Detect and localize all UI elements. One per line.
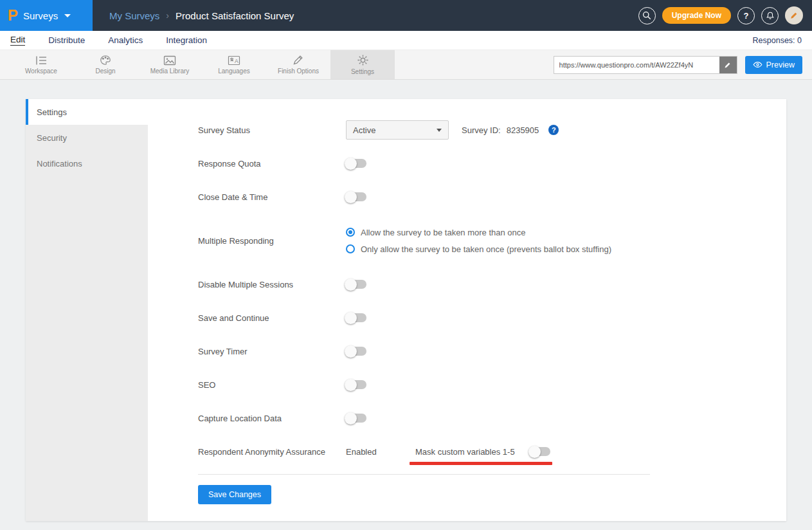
save-and-continue-toggle[interactable] bbox=[346, 313, 366, 322]
topbar-actions: Upgrade Now ? bbox=[638, 6, 812, 24]
radio-selected-icon bbox=[346, 228, 355, 237]
breadcrumb-separator: › bbox=[166, 10, 169, 21]
row-capture-location-data: Capture Location Data bbox=[198, 401, 786, 435]
surveys-product-switcher[interactable]: P Surveys bbox=[0, 0, 93, 31]
pencil-icon bbox=[724, 61, 732, 69]
finish-options-pen-icon bbox=[293, 55, 304, 66]
page-title: Product Satisfaction Survey bbox=[176, 10, 294, 21]
languages-icon: A bbox=[228, 55, 240, 66]
edit-url-button[interactable] bbox=[719, 57, 737, 73]
survey-nav: Edit Distribute Analytics Integration Re… bbox=[0, 31, 812, 50]
share-url-input[interactable] bbox=[554, 57, 719, 73]
avatar-pencil-icon bbox=[789, 11, 798, 20]
notifications-button[interactable] bbox=[761, 7, 779, 24]
breadcrumb-my-surveys[interactable]: My Surveys bbox=[109, 10, 159, 21]
row-save-and-continue: Save and Continue bbox=[198, 301, 786, 334]
capture-location-data-label: Capture Location Data bbox=[198, 414, 346, 423]
tab-analytics[interactable]: Analytics bbox=[108, 35, 143, 45]
response-quota-toggle[interactable] bbox=[346, 159, 366, 168]
row-seo: SEO bbox=[198, 368, 786, 401]
svg-text:A: A bbox=[235, 58, 239, 64]
design-palette-icon bbox=[100, 55, 111, 66]
settings-card: Settings Security Notifications Survey S… bbox=[26, 99, 786, 521]
upgrade-now-button[interactable]: Upgrade Now bbox=[662, 7, 731, 24]
row-survey-timer: Survey Timer bbox=[198, 334, 786, 368]
close-date-time-label: Close Date & Time bbox=[198, 192, 346, 202]
survey-status-select[interactable]: Active bbox=[346, 120, 449, 140]
row-response-quota: Response Quota bbox=[198, 147, 786, 180]
radio-only-once[interactable]: Only allow the survey to be taken once (… bbox=[346, 244, 611, 254]
capture-location-data-toggle[interactable] bbox=[346, 414, 366, 423]
tab-distribute[interactable]: Distribute bbox=[48, 35, 85, 45]
avatar[interactable] bbox=[785, 6, 803, 24]
bell-icon bbox=[766, 11, 775, 21]
close-date-time-toggle[interactable] bbox=[346, 192, 366, 201]
survey-id-value: 8235905 bbox=[507, 125, 539, 135]
settings-gear-icon bbox=[357, 54, 369, 66]
row-close-date-time: Close Date & Time bbox=[198, 180, 786, 214]
workspace-icon bbox=[35, 55, 48, 66]
save-and-continue-label: Save and Continue bbox=[198, 313, 346, 323]
tab-integration[interactable]: Integration bbox=[166, 35, 207, 45]
radio-allow-multiple[interactable]: Allow the survey to be taken more than o… bbox=[346, 228, 611, 237]
multiple-responding-label: Multiple Responding bbox=[198, 236, 346, 246]
respondent-anonymity-status: Enabled bbox=[346, 447, 415, 457]
search-button[interactable] bbox=[638, 7, 656, 24]
edit-toolbar: Workspace Design Media Library A bbox=[0, 50, 812, 80]
survey-timer-toggle[interactable] bbox=[346, 347, 366, 356]
sidebar-item-security[interactable]: Security bbox=[26, 125, 148, 151]
survey-id-label: Survey ID: bbox=[462, 125, 501, 135]
preview-button[interactable]: Preview bbox=[745, 56, 802, 74]
disable-multiple-sessions-label: Disable Multiple Sessions bbox=[198, 280, 346, 289]
radio-unselected-icon bbox=[346, 244, 355, 253]
annotation-red-underline bbox=[410, 462, 552, 465]
eye-icon bbox=[753, 61, 762, 68]
survey-timer-label: Survey Timer bbox=[198, 347, 346, 356]
questionpro-logo[interactable]: P bbox=[8, 8, 18, 23]
help-button[interactable]: ? bbox=[737, 7, 755, 24]
mask-custom-variables-toggle[interactable] bbox=[530, 447, 550, 456]
save-changes-button[interactable]: Save Changes bbox=[198, 485, 271, 504]
sidebar-item-notifications[interactable]: Notifications bbox=[26, 151, 148, 176]
survey-id-group: Survey ID: 8235905 ? bbox=[462, 125, 559, 135]
chevron-down-icon bbox=[437, 129, 442, 132]
share-url-box bbox=[554, 56, 737, 74]
row-disable-multiple-sessions: Disable Multiple Sessions bbox=[198, 268, 786, 301]
row-survey-status: Survey Status Active Survey ID: 8235905 … bbox=[198, 113, 786, 147]
survey-status-value: Active bbox=[353, 125, 375, 135]
toolbar-item-settings[interactable]: Settings bbox=[330, 50, 395, 79]
response-quota-label: Response Quota bbox=[198, 159, 346, 169]
toolbar-item-finish-options[interactable]: Finish Options bbox=[266, 50, 330, 79]
product-name: Surveys bbox=[23, 10, 58, 21]
respondent-anonymity-label: Respondent Anonymity Assurance bbox=[198, 447, 346, 457]
form-divider bbox=[198, 474, 650, 475]
tab-edit[interactable]: Edit bbox=[10, 35, 25, 46]
toolbar-item-languages[interactable]: A Languages bbox=[202, 50, 266, 79]
mask-custom-variables-label: Mask custom variables 1-5 bbox=[415, 447, 521, 457]
mask-custom-variables-group: Mask custom variables 1-5 bbox=[415, 447, 550, 457]
multiple-responding-options: Allow the survey to be taken more than o… bbox=[346, 228, 611, 254]
row-respondent-anonymity: Respondent Anonymity Assurance Enabled M… bbox=[198, 435, 786, 468]
seo-toggle[interactable] bbox=[346, 380, 366, 389]
disable-multiple-sessions-toggle[interactable] bbox=[346, 280, 366, 289]
row-multiple-responding: Multiple Responding Allow the survey to … bbox=[198, 214, 786, 268]
settings-form: Survey Status Active Survey ID: 8235905 … bbox=[148, 99, 786, 521]
settings-sidebar: Settings Security Notifications bbox=[26, 99, 148, 521]
toolbar-item-media-library[interactable]: Media Library bbox=[138, 50, 202, 79]
media-library-icon bbox=[163, 55, 176, 66]
survey-id-help-icon[interactable]: ? bbox=[548, 125, 559, 135]
search-icon bbox=[642, 11, 651, 20]
chevron-down-icon bbox=[64, 14, 71, 17]
breadcrumb: My Surveys › Product Satisfaction Survey bbox=[109, 10, 294, 21]
content-area: Settings Security Notifications Survey S… bbox=[0, 80, 812, 530]
seo-label: SEO bbox=[198, 380, 346, 390]
responses-count: Responses: 0 bbox=[753, 36, 802, 45]
toolbar-item-design[interactable]: Design bbox=[73, 50, 138, 79]
top-bar: P Surveys My Surveys › Product Satisfact… bbox=[0, 0, 812, 31]
toolbar-item-workspace[interactable]: Workspace bbox=[9, 50, 73, 79]
toolbar-right: Preview bbox=[554, 50, 812, 79]
sidebar-item-settings[interactable]: Settings bbox=[26, 99, 148, 125]
survey-status-label: Survey Status bbox=[198, 125, 346, 135]
